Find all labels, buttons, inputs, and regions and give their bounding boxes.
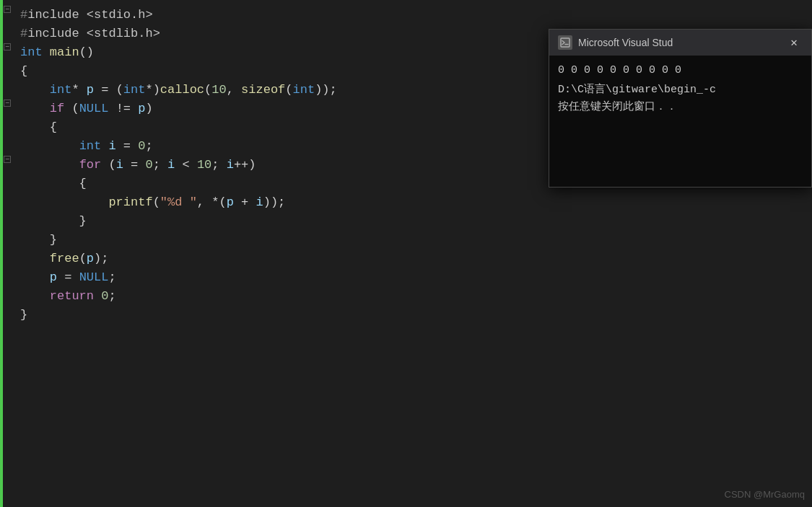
code-editor[interactable]: − #include <stdio.h> #include <stdlib.h>… [0, 0, 549, 507]
gutter-bar [0, 0, 3, 507]
terminal-output-numbers: 0 0 0 0 0 0 0 0 0 0 [558, 63, 803, 79]
code-line-13: } [0, 231, 549, 250]
fold-box-1[interactable]: − [4, 6, 11, 13]
code-line-12: } [0, 212, 549, 231]
line-content-6: if (NULL != p) [20, 100, 549, 118]
line-content-11: printf("%d ", *(p + i)); [20, 193, 549, 212]
code-line-16: return 0; [0, 287, 549, 306]
terminal-titlebar: Microsoft Visual Stud ✕ [549, 30, 811, 56]
line-content-13: } [20, 231, 549, 250]
code-line-4: { [0, 62, 549, 81]
terminal-panel[interactable]: Microsoft Visual Stud ✕ 0 0 0 0 0 0 0 0 … [549, 29, 812, 188]
line-content-8: int i = 0; [20, 137, 549, 156]
fold-box-6[interactable]: − [4, 100, 11, 107]
code-line-1: − #include <stdio.h> [0, 6, 549, 25]
line-content-14: free(p); [20, 250, 549, 268]
line-content-3: int main() [20, 43, 549, 62]
terminal-close-button[interactable]: ✕ [785, 34, 803, 51]
code-line-15: p = NULL; [0, 268, 549, 287]
terminal-app-icon [558, 35, 572, 50]
code-lines: − #include <stdio.h> #include <stdlib.h>… [0, 0, 549, 330]
line-content-12: } [20, 212, 549, 231]
line-content-1: #include <stdio.h> [20, 6, 549, 25]
code-line-8: int i = 0; [0, 137, 549, 156]
green-gutter-section [0, 0, 3, 507]
line-content-10: { [20, 175, 549, 193]
line-content-16: return 0; [20, 287, 549, 306]
line-content-4: { [20, 62, 549, 81]
terminal-title-text: Microsoft Visual Stud [578, 37, 673, 48]
line-content-7: { [20, 118, 549, 137]
code-line-6: − if (NULL != p) [0, 100, 549, 118]
line-content-15: p = NULL; [20, 268, 549, 287]
fold-box-9[interactable]: − [4, 156, 11, 163]
line-content-5: int* p = (int*)calloc(10, sizeof(int)); [20, 81, 549, 100]
terminal-prompt: 按任意键关闭此窗口．． [558, 100, 803, 116]
code-line-7: { [0, 118, 549, 137]
code-line-10: { [0, 175, 549, 193]
code-line-11: printf("%d ", *(p + i)); [0, 193, 549, 212]
line-content-17: } [20, 306, 549, 325]
terminal-body: 0 0 0 0 0 0 0 0 0 0 D:\C语言\gitware\begin… [549, 56, 811, 123]
code-line-5: int* p = (int*)calloc(10, sizeof(int)); [0, 81, 549, 100]
code-line-9: − for (i = 0; i < 10; i++) [0, 156, 549, 175]
code-line-2: #include <stdlib.h> [0, 25, 549, 43]
code-line-3: − int main() [0, 43, 549, 62]
watermark: CSDN @MrGaomq [725, 489, 805, 500]
line-content-2: #include <stdlib.h> [20, 25, 549, 43]
line-content-9: for (i = 0; i < 10; i++) [20, 156, 549, 175]
fold-box-3[interactable]: − [4, 43, 11, 50]
terminal-title-left: Microsoft Visual Stud [558, 35, 673, 50]
terminal-path: D:\C语言\gitware\begin_-c [558, 82, 803, 99]
code-line-14: free(p); [0, 250, 549, 268]
code-line-17: } [0, 306, 549, 325]
